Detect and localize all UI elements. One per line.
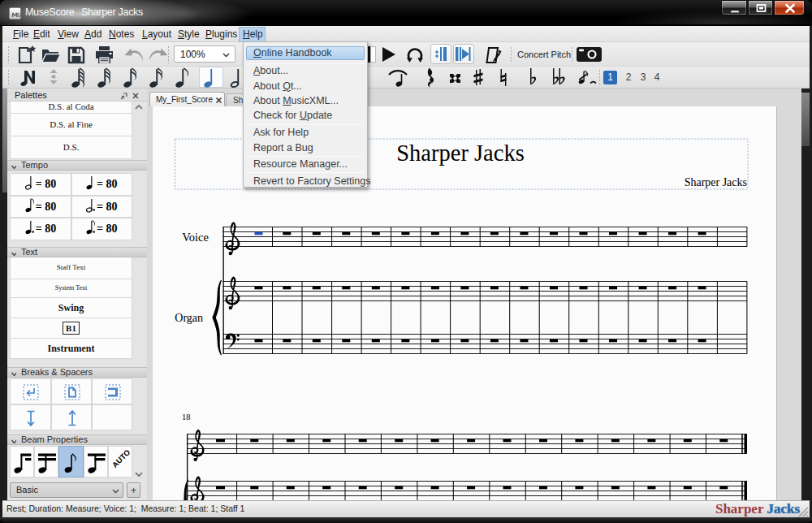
svg-text:18: 18	[182, 413, 191, 421]
svg-text:Sharper Jacks: Sharper Jacks	[396, 140, 525, 166]
svg-text:Voice: Voice	[182, 231, 209, 244]
svg-text:Organ: Organ	[175, 312, 203, 324]
svg-text:Sharper Jacks: Sharper Jacks	[685, 176, 747, 188]
